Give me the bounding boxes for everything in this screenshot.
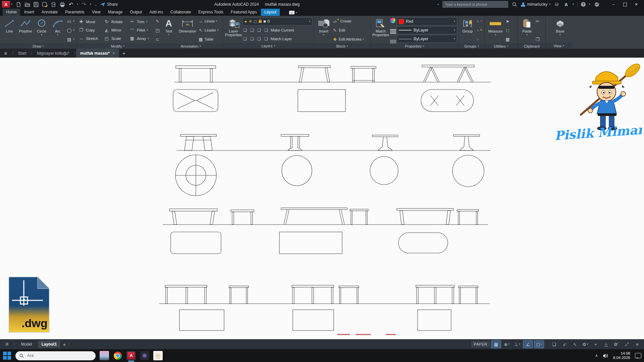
selection-cycling-toggle[interactable]: ❏ [549,341,559,348]
object-snap-toggle[interactable]: ◻▾ [534,340,544,348]
file-tab-doc1[interactable]: bilgisayar koltuğu* [33,49,73,58]
new-layout-button[interactable]: + [63,342,66,347]
help-icon[interactable]: ? [581,2,586,7]
polar-tracking-toggle[interactable]: ∠ [523,340,533,348]
panel-label-modify[interactable]: Modify▾ [77,44,159,49]
search-collapse-icon[interactable]: ▾ [437,4,440,5]
help-search-input[interactable] [442,1,508,8]
tab-featured-apps[interactable]: Featured Apps [227,9,260,16]
select-objects-button[interactable]: ◻ [505,26,511,34]
tab-annotate[interactable]: Annotate [38,9,61,16]
app-menu-button[interactable]: A [2,1,10,8]
layer-isolate-icon[interactable]: ❏ [243,28,248,33]
layer-walk-icon[interactable]: ❏ [250,37,255,41]
arc-button[interactable]: Arc ▾ [50,16,66,36]
cut-button[interactable]: ✂ [535,17,540,25]
app-taskbar-icon[interactable] [140,351,149,360]
task-view-thumbnail[interactable] [100,351,109,360]
quick-select-button[interactable]: ➤ [505,17,511,25]
new-file-icon[interactable] [16,2,21,7]
group-button[interactable]: Group [460,16,475,33]
measure-caret-icon[interactable]: ▾ [495,34,496,36]
panel-label-clipboard[interactable]: Clipboard [518,44,545,49]
save-as-icon[interactable] [42,2,48,7]
text-caret-icon[interactable]: ▾ [168,34,169,36]
panel-label-block[interactable]: Block▾ [314,44,370,49]
file-tabs-menu-icon[interactable]: ≡ [0,50,11,56]
paste-caret-icon[interactable]: ▾ [526,34,528,36]
make-current-button[interactable]: Make Current [271,28,294,32]
base-caret-icon[interactable]: ▾ [559,34,561,36]
hidden-icons-chevron[interactable]: ∧ [595,353,598,358]
taskbar-search-input[interactable] [26,353,78,358]
circle-caret-icon[interactable]: ▾ [41,34,42,36]
minimize-button[interactable]: – [608,0,619,9]
qat-customize-icon[interactable]: ⌄ [94,3,97,6]
redo-caret-icon[interactable]: ▾ [90,3,91,6]
workspace-switching-button[interactable]: ⚙✓ [612,341,621,348]
base-button[interactable]: Base ▾ [552,16,569,36]
app-store-cart-icon[interactable]: ⛁ [554,1,560,7]
measure-button[interactable]: Measure ▾ [486,16,505,36]
file-tab-doc2-active[interactable]: mutfak masası* ✕ [76,49,119,58]
match-layer-button[interactable]: Match Layer [271,37,292,41]
layer-dropdown[interactable]: ● ✳ ◻ ■ 0 ▾ [243,17,312,25]
layer-freeze-icon[interactable]: ❏ [257,28,262,33]
linetype-icon[interactable] [390,40,396,43]
trim-button[interactable]: ✂Trim▾ [129,17,155,26]
dimension-button[interactable]: Dimension [177,16,198,33]
undo-icon[interactable]: ↶ [68,2,74,7]
leader-button[interactable]: ↖Leader▾ [198,26,218,34]
tab-parametric[interactable]: Parametric [62,9,88,16]
tab-express-tools[interactable]: Express Tools [195,9,226,16]
tab-insert[interactable]: Insert [21,9,38,16]
insert-caret-icon[interactable]: ▾ [323,34,324,36]
layer-lock-tool-icon[interactable]: ❏ [264,28,269,33]
redo-icon[interactable]: ↷ [81,2,87,7]
line-button[interactable]: Line [1,16,17,33]
notepad-taskbar-icon[interactable] [153,351,163,360]
publish-icon[interactable] [51,2,56,7]
search-icon[interactable] [512,1,518,7]
color-wheel-icon[interactable] [390,18,395,23]
taskbar-clock[interactable]: 14:08 8.04.2026 [613,351,630,360]
clean-screen-button[interactable]: ⤢ [622,341,632,348]
panel-label-draw[interactable]: Draw▾ [0,44,76,49]
group-selection-toggle[interactable]: ▫ [475,36,483,43]
layer-properties-button[interactable]: Layer Properties [224,16,243,37]
new-drawing-tab-button[interactable]: + [122,50,125,56]
layer-unlock-icon[interactable]: ❏ [264,37,269,41]
health-status-icon[interactable] [594,1,600,7]
panel-label-utilities[interactable]: Utilities▾ [485,44,518,49]
arc-caret-icon[interactable]: ▾ [57,34,58,36]
tab-addins[interactable]: Add-ins [146,9,166,16]
insert-button[interactable]: Insert ▾ [315,16,332,36]
undo-caret-icon[interactable]: ▾ [77,3,78,6]
annotation-visibility-icon[interactable]: ➴ [570,341,580,348]
linetype-dropdown[interactable]: ByLayer ▾ [397,35,457,43]
tab-output[interactable]: Output [126,9,145,16]
copy-clip-button[interactable]: ❐ [535,36,540,43]
statusbar-menu-icon[interactable]: ≡ [5,341,8,347]
app-menu-caret-icon[interactable]: ▾ [11,3,12,6]
tab-home[interactable]: Home [3,9,20,16]
tab-collaborate[interactable]: Collaborate [167,9,194,16]
share-button[interactable]: Share [100,2,118,7]
save-icon[interactable] [33,2,39,7]
fillet-button[interactable]: ◠Fillet▾ [129,26,155,34]
panel-label-properties[interactable]: Properties▾ [371,44,459,49]
object-color-dropdown[interactable]: Red ▾ [397,17,457,25]
ungroup-button[interactable]: ▫✕ [475,17,483,25]
isometric-drafting-toggle[interactable]: ⊥▾ [513,341,522,348]
model-tab[interactable]: Model [18,341,36,348]
status-customization-menu[interactable]: ≡ [633,341,642,348]
tab-manage[interactable]: Manage [105,9,126,16]
hatch-tool-button[interactable]: ▨▾ [66,36,74,43]
block-edit-button[interactable]: ✎Edit [332,26,364,34]
crosshair-size-button[interactable]: + [591,341,600,348]
polyline-button[interactable]: Polyline [17,16,34,33]
tab-view[interactable]: View [89,9,104,16]
circle-button[interactable]: Circle ▾ [34,16,50,36]
chrome-taskbar-icon[interactable] [113,351,122,360]
tab-layout[interactable]: Layout [261,9,280,16]
